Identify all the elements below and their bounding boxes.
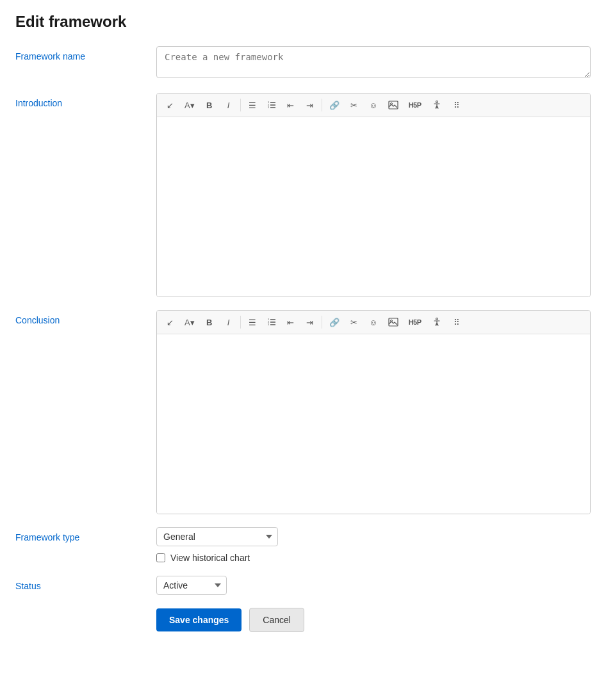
view-historical-row: View historical chart [156, 553, 591, 563]
introduction-body[interactable] [157, 117, 590, 297]
intro-indent-btn[interactable]: ⇤ [282, 96, 300, 114]
framework-type-select[interactable]: General Specific Custom [156, 527, 278, 546]
intro-more-btn[interactable]: ⠿ [448, 96, 466, 114]
conclusion-control: ↙ A▾ B I ☰ 1 2 3 ⇤ ⇥ [156, 310, 591, 514]
intro-ul-btn[interactable]: ☰ [243, 96, 261, 114]
svg-text:3: 3 [268, 106, 270, 109]
conclusion-body[interactable] [157, 334, 590, 514]
introduction-toolbar: ↙ A▾ B I ☰ 1 2 3 ⇤ ⇥ [157, 94, 590, 117]
status-select[interactable]: Active Inactive [156, 576, 227, 595]
intro-bold-btn[interactable]: B [201, 96, 218, 114]
conc-more-btn[interactable]: ⠿ [448, 313, 466, 331]
conc-undo-btn[interactable]: ↙ [161, 313, 179, 331]
framework-type-control: General Specific Custom View historical … [156, 527, 591, 563]
conc-accessibility-icon [432, 317, 442, 327]
framework-name-control [156, 46, 591, 80]
introduction-control: ↙ A▾ B I ☰ 1 2 3 ⇤ ⇥ [156, 93, 591, 297]
buttons-row: Save changes Cancel [156, 608, 591, 632]
conc-image-icon [388, 318, 398, 327]
introduction-row: Introduction ↙ A▾ B I ☰ 1 2 3 [15, 93, 591, 297]
view-historical-checkbox[interactable] [156, 553, 165, 562]
conc-image-btn[interactable] [384, 313, 403, 331]
svg-rect-15 [389, 318, 398, 326]
framework-name-input[interactable] [156, 46, 591, 78]
conc-ol-btn[interactable]: 1 2 3 [263, 313, 281, 331]
page-title: Edit framework [15, 13, 591, 31]
intro-h5p-btn[interactable]: H5P [404, 96, 426, 114]
introduction-label: Introduction [15, 93, 156, 108]
intro-accessibility-btn[interactable] [427, 96, 446, 114]
conc-ordered-list-icon: 1 2 3 [267, 318, 276, 327]
conc-link-btn[interactable]: 🔗 [325, 313, 344, 331]
cancel-button[interactable]: Cancel [249, 608, 304, 632]
conc-unlink-btn[interactable]: ✂ [345, 313, 363, 331]
svg-rect-6 [389, 101, 398, 109]
introduction-editor: ↙ A▾ B I ☰ 1 2 3 ⇤ ⇥ [156, 93, 591, 297]
view-historical-label[interactable]: View historical chart [170, 553, 250, 563]
intro-undo-btn[interactable]: ↙ [161, 96, 179, 114]
conc-h5p-btn[interactable]: H5P [404, 313, 426, 331]
framework-name-row: Framework name [15, 46, 591, 80]
conc-sep2 [322, 316, 322, 329]
framework-name-label: Framework name [15, 46, 156, 61]
intro-sep2 [322, 99, 322, 111]
conc-font-btn[interactable]: A▾ [180, 313, 199, 331]
intro-ol-btn[interactable]: 1 2 3 [263, 96, 281, 114]
conc-ul-btn[interactable]: ☰ [243, 313, 261, 331]
intro-outdent-btn[interactable]: ⇥ [301, 96, 319, 114]
conc-bold-btn[interactable]: B [201, 313, 218, 331]
svg-point-17 [436, 318, 438, 320]
framework-type-label: Framework type [15, 527, 156, 542]
conclusion-label: Conclusion [15, 310, 156, 325]
svg-point-8 [436, 101, 438, 103]
ordered-list-icon: 1 2 3 [267, 101, 276, 110]
image-icon [388, 101, 398, 110]
status-label: Status [15, 576, 156, 591]
conc-italic-btn[interactable]: I [220, 313, 238, 331]
accessibility-icon [432, 100, 442, 110]
conclusion-toolbar: ↙ A▾ B I ☰ 1 2 3 ⇤ ⇥ [157, 311, 590, 334]
conc-accessibility-btn[interactable] [427, 313, 446, 331]
status-control: Active Inactive [156, 576, 591, 595]
intro-italic-btn[interactable]: I [220, 96, 238, 114]
intro-link-btn[interactable]: 🔗 [325, 96, 344, 114]
conc-outdent-btn[interactable]: ⇥ [301, 313, 319, 331]
svg-text:3: 3 [268, 323, 270, 326]
conc-sep1 [240, 316, 241, 329]
conc-indent-btn[interactable]: ⇤ [282, 313, 300, 331]
intro-emoji-btn[interactable]: ☺ [364, 96, 382, 114]
intro-sep1 [240, 99, 241, 111]
conclusion-row: Conclusion ↙ A▾ B I ☰ 1 2 3 [15, 310, 591, 514]
save-button[interactable]: Save changes [156, 608, 242, 631]
intro-unlink-btn[interactable]: ✂ [345, 96, 363, 114]
framework-type-row: Framework type General Specific Custom V… [15, 527, 591, 563]
intro-font-btn[interactable]: A▾ [180, 96, 199, 114]
status-row: Status Active Inactive [15, 576, 591, 595]
conclusion-editor: ↙ A▾ B I ☰ 1 2 3 ⇤ ⇥ [156, 310, 591, 514]
intro-image-btn[interactable] [384, 96, 403, 114]
conc-emoji-btn[interactable]: ☺ [364, 313, 382, 331]
